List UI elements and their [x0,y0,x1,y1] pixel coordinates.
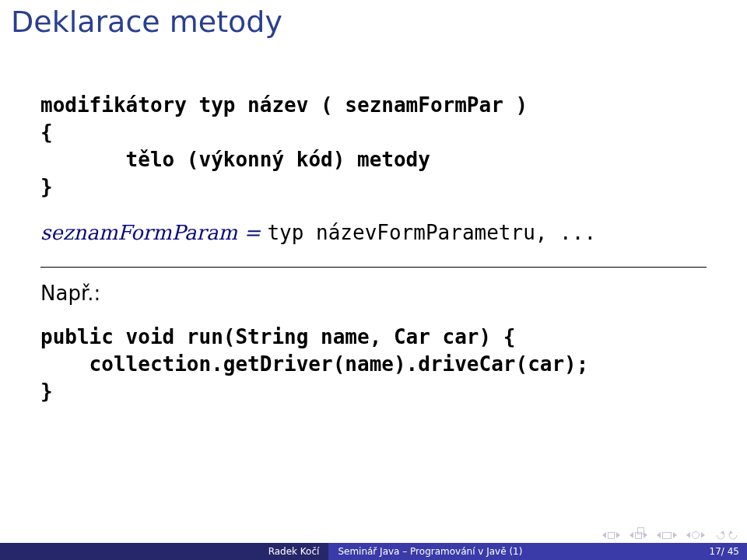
decl-line3-indent [40,148,126,171]
example-l1: public void run(String name, Car car) { [40,325,515,348]
footer-lecture: Seminář Java – Programování v Javě (1) [328,543,697,560]
divider [40,267,707,268]
slide-root: Deklarace metody modifikátory typ název … [0,0,747,560]
method-declaration-block: modifikátory typ název ( seznamFormPar )… [40,92,707,201]
nav-frame-group[interactable] [630,532,647,539]
param-lhs: seznamFormParam [40,221,237,244]
next-section-icon[interactable] [673,532,677,538]
slide-icon[interactable] [608,532,615,539]
frame-icon[interactable] [635,532,642,539]
slide-content: modifikátory typ název ( seznamFormPar )… [40,92,707,405]
nav-section-group[interactable] [657,532,677,539]
nav-slide-group[interactable] [602,532,620,539]
next-slide-icon[interactable] [616,532,620,538]
doc-icon[interactable] [692,531,700,539]
go-back-icon[interactable] [714,530,725,540]
next-frame-icon[interactable] [644,532,647,538]
decl-line2: { [40,121,53,144]
prev-frame-icon[interactable] [630,532,633,538]
footer-bar: Radek Kočí Seminář Java – Programování v… [0,543,747,560]
doc-begin-icon[interactable] [686,532,690,538]
param-eq: = [237,221,267,244]
nav-doc-group[interactable] [686,531,705,539]
example-l3: } [40,380,53,403]
param-definition: seznamFormParam = typ názevFormParametru… [40,219,707,247]
footer-author: Radek Kočí [0,543,328,560]
slide-title: Deklarace metody [11,5,282,39]
decl-line4: } [40,175,53,198]
example-l2: collection.getDriver(name).driveCar(car)… [40,352,588,376]
footer-page: 17/ 45 [697,543,747,560]
example-label: Např.: [40,280,707,307]
prev-slide-icon[interactable] [602,532,606,538]
decl-line1: modifikátory typ název ( seznamFormPar ) [40,93,528,117]
example-code-block: public void run(String name, Car car) { … [40,324,707,405]
nav-backforward-group[interactable] [714,530,739,540]
spacer [40,201,707,219]
go-forward-icon[interactable] [728,530,739,540]
beamer-nav-symbols [602,530,739,540]
param-rhs: typ názevFormParametru, ... [267,221,596,244]
doc-end-icon[interactable] [701,532,705,538]
decl-line3: tělo (výkonný kód) metody [126,148,430,171]
section-icon[interactable] [662,532,672,539]
prev-section-icon[interactable] [657,532,661,538]
